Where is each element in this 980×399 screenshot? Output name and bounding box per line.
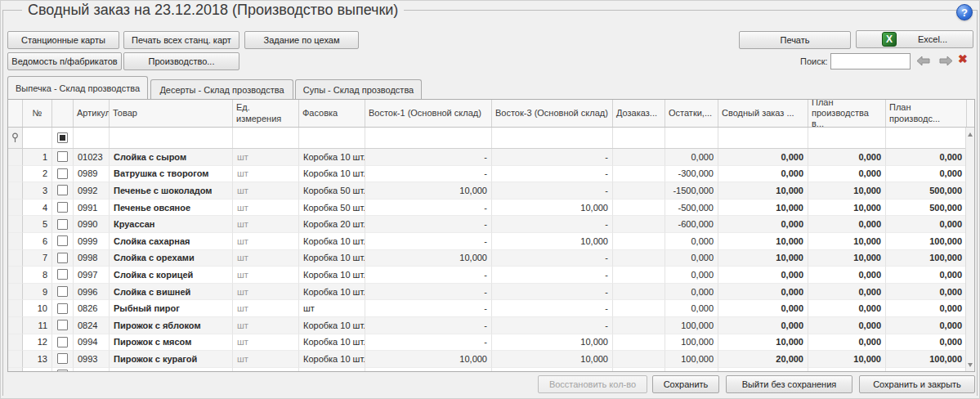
cell-vostok1[interactable]: 10,000 [365, 182, 492, 200]
cell-vostok1[interactable]: - [365, 334, 492, 352]
column-header-plan_v[interactable]: План производства в... [808, 100, 886, 127]
cell-product[interactable]: Круассан [110, 216, 233, 233]
cell-product[interactable]: Пирожок с мясом [110, 334, 233, 352]
cell-unit[interactable]: шт [233, 149, 299, 166]
cell-n[interactable]: 13 [23, 351, 52, 368]
cell-ostatki[interactable]: 0,000 [665, 284, 718, 301]
cell-article[interactable]: 0994 [74, 334, 110, 352]
production-button[interactable]: Производство... [123, 52, 239, 70]
cell-svodny[interactable]: 10,000 [718, 334, 808, 352]
cell-unit[interactable]: шт [233, 351, 299, 368]
table-row[interactable]: 40991Печенье овсяноештКоробка 50 шт.-10,… [8, 200, 974, 217]
cell-plan_v[interactable]: 0,000 [808, 166, 886, 183]
filter-cell-pack[interactable] [299, 128, 365, 148]
column-header-plan_p[interactable]: План производс... [886, 100, 967, 127]
cell-plan_p[interactable]: 100,000 [886, 233, 967, 250]
cell-n[interactable]: 3 [23, 182, 52, 200]
filter-cell-dozakaz[interactable] [613, 128, 665, 148]
cell-product[interactable]: Печенье с шоколадом [110, 182, 233, 200]
cell-vostok3[interactable]: - [492, 182, 613, 200]
cell-pack[interactable]: Коробка 50 шт. [299, 182, 365, 200]
search-input[interactable] [830, 53, 911, 69]
tab-vypechka[interactable]: Выпечка - Склад прозводства [7, 76, 148, 99]
cell-vostok3[interactable]: 10,000 [492, 200, 613, 217]
cell-plan_v[interactable]: 0,000 [808, 267, 886, 284]
workshop-task-button[interactable]: Задание по цехам [244, 31, 359, 49]
cell-vostok1[interactable]: - [365, 200, 492, 217]
cell-ostatki[interactable]: -500,000 [665, 200, 718, 217]
cell-check[interactable] [52, 351, 74, 368]
cell-check[interactable] [52, 250, 74, 267]
table-row[interactable]: 30992Печенье с шоколадомштКоробка 50 шт.… [8, 182, 974, 200]
cell-vostok3[interactable]: 10,000 [492, 334, 613, 352]
cell-plan_p[interactable]: 0,000 [886, 166, 967, 183]
tab-supy[interactable]: Супы - Склад прозводства [295, 79, 422, 99]
cell-svodny[interactable]: 10,000 [718, 182, 808, 200]
cell-plan_v[interactable]: 10,000 [808, 200, 886, 217]
row-checkbox[interactable] [57, 303, 68, 314]
cell-vostok3[interactable]: - [492, 267, 613, 284]
cell-check[interactable] [52, 334, 74, 352]
cell-plan_p[interactable]: 0,000 [886, 317, 967, 334]
row-checkbox[interactable] [57, 219, 68, 230]
cell-ostatki[interactable]: 0,000 [665, 149, 718, 166]
cell-svodny[interactable]: 0,000 [718, 284, 808, 301]
filter-cell-plan_p[interactable] [886, 128, 967, 148]
table-row[interactable]: 60999Слойка сахарнаяштКоробка 10 шт.-10,… [8, 233, 974, 250]
column-header-check[interactable] [52, 100, 74, 127]
cell-ostatki[interactable]: 100,000 [665, 351, 718, 368]
cell-svodny[interactable]: 0,000 [718, 149, 808, 166]
row-checkbox[interactable] [57, 185, 68, 195]
cell-dozakaz[interactable] [613, 149, 665, 166]
excel-button[interactable]: X Excel... [856, 30, 973, 48]
cell-article[interactable]: 01023 [74, 149, 110, 166]
cell-vostok3[interactable]: - [492, 149, 613, 166]
cell-check[interactable] [52, 149, 74, 166]
cell-dozakaz[interactable] [613, 216, 665, 233]
cell-vostok1[interactable]: - [365, 233, 492, 250]
column-header-svodny[interactable]: Сводный заказ ... [718, 100, 808, 127]
cell-pack[interactable]: Коробка 10 шт. [299, 250, 365, 267]
cell-article[interactable]: 0824 [74, 317, 110, 334]
cell-product[interactable]: Слойка с вишней [110, 284, 233, 301]
search-clear-icon[interactable]: ✖ [958, 52, 968, 65]
cell-article[interactable]: 0998 [74, 250, 110, 267]
cell-vostok3[interactable]: - [492, 317, 613, 334]
cell-svodny[interactable]: 10,000 [718, 233, 808, 250]
cell-vostok1[interactable]: - [365, 149, 492, 166]
cell-n[interactable]: 2 [23, 166, 52, 183]
table-row[interactable]: 70998Слойка с орехамиштКоробка 10 шт.10,… [8, 250, 974, 267]
cell-article[interactable]: 0826 [74, 300, 110, 317]
cell-article[interactable]: 0996 [74, 284, 110, 301]
cell-check[interactable] [52, 200, 74, 217]
table-row[interactable]: 20989Ватрушка с творогомштКоробка 10 шт.… [8, 166, 974, 183]
filter-select-all-checkbox[interactable] [52, 128, 74, 148]
table-row[interactable]: 80997Слойка с корицейштКоробка 10 шт.--0… [8, 267, 974, 284]
column-header-pack[interactable]: Фасовка [299, 100, 365, 127]
cell-article[interactable]: 0990 [74, 216, 110, 233]
cell-pack[interactable]: Коробка 10 шт. [299, 317, 365, 334]
cell-pack[interactable]: шт [299, 300, 365, 317]
cell-product[interactable]: Слойка с корицей [110, 267, 233, 284]
cell-article[interactable]: 0992 [74, 182, 110, 200]
cell-plan_p[interactable]: 500,000 [886, 182, 967, 200]
cell-plan_p[interactable]: 500,000 [886, 200, 967, 217]
filter-cell-unit[interactable] [233, 128, 299, 148]
cell-ostatki[interactable]: 0,000 [665, 233, 718, 250]
cell-pack[interactable]: Коробка 20 шт. [299, 216, 365, 233]
row-checkbox[interactable] [57, 168, 68, 179]
cell-check[interactable] [52, 233, 74, 250]
cell-plan_v[interactable]: 0,000 [808, 149, 886, 166]
cell-check[interactable] [52, 317, 74, 334]
row-checkbox[interactable] [57, 337, 68, 347]
column-header-article[interactable]: Артикул [74, 100, 110, 127]
cell-unit[interactable]: шт [233, 250, 299, 267]
print-all-station-cards-button[interactable]: Печать всех станц. карт [123, 31, 239, 49]
cell-svodny[interactable]: 0,000 [718, 317, 808, 334]
cell-dozakaz[interactable] [613, 317, 665, 334]
cell-n[interactable]: 6 [23, 233, 52, 250]
cell-vostok1[interactable]: - [365, 216, 492, 233]
filter-cell-plan_v[interactable] [808, 128, 886, 148]
cell-unit[interactable]: шт [233, 182, 299, 200]
table-row[interactable]: 50990КруассанштКоробка 20 шт.---600,0000… [8, 216, 974, 233]
